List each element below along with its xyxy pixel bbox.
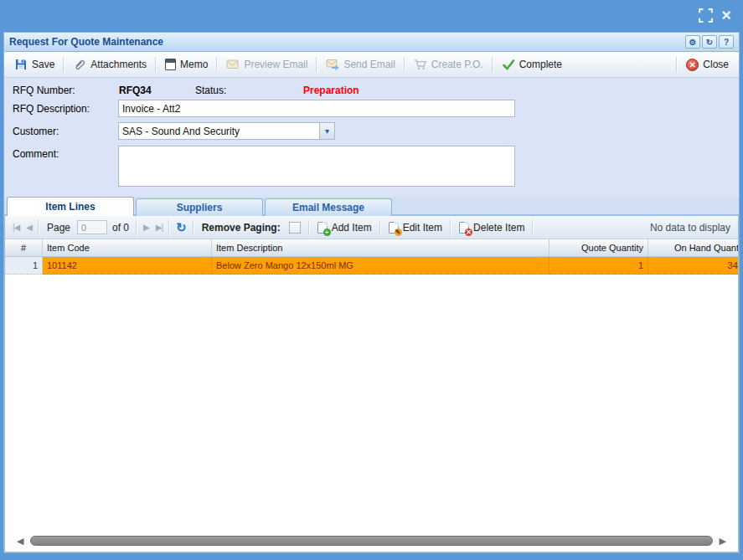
save-icon bbox=[14, 58, 28, 71]
tab-suppliers[interactable]: Suppliers bbox=[136, 198, 263, 216]
send-email-icon bbox=[326, 58, 339, 71]
check-icon bbox=[502, 58, 515, 71]
create-po-button[interactable]: Create P.O. bbox=[408, 55, 489, 74]
column-header-item-description[interactable]: Item Description bbox=[212, 239, 550, 256]
tab-item-lines[interactable]: Item Lines bbox=[7, 197, 134, 216]
envelope-icon bbox=[226, 58, 240, 71]
rfq-description-input[interactable] bbox=[118, 100, 515, 117]
send-email-button[interactable]: Send Email bbox=[320, 55, 400, 74]
panel-header: Request For Quote Maintenance ⚙ ↻ ? bbox=[4, 33, 739, 52]
close-button[interactable]: ✕ Close bbox=[680, 56, 735, 74]
grid-toolbar: |◀ ◀ Page of 0 ▶ ▶| ↻ Remove Paging: + A… bbox=[5, 216, 738, 239]
create-po-label: Create P.O. bbox=[431, 59, 483, 70]
toolbar-separator bbox=[450, 220, 451, 235]
toolbar-separator bbox=[168, 220, 170, 235]
toolbar-separator bbox=[316, 57, 317, 72]
toolbar-separator bbox=[136, 220, 137, 235]
memo-label: Memo bbox=[180, 59, 208, 70]
grid-empty-area bbox=[5, 275, 738, 552]
rfq-number-value: RFQ34 bbox=[119, 85, 152, 96]
cart-icon bbox=[414, 58, 427, 71]
toolbar: Save Attachments Memo Preview Email bbox=[4, 52, 739, 78]
edit-item-label: Edit Item bbox=[403, 222, 442, 234]
grid-status-text: No data to display bbox=[650, 222, 734, 234]
comment-textarea[interactable] bbox=[118, 146, 515, 187]
row-number-cell: 1 bbox=[5, 257, 43, 275]
item-lines-grid: |◀ ◀ Page of 0 ▶ ▶| ↻ Remove Paging: + A… bbox=[4, 216, 739, 552]
page-prev-button[interactable]: ◀ bbox=[23, 223, 35, 232]
tabstrip: Item Lines Suppliers Email Message bbox=[4, 197, 739, 216]
status-label: Status: bbox=[195, 85, 226, 96]
rfq-description-label: RFQ Description: bbox=[13, 103, 90, 115]
delete-item-icon: ✕ bbox=[459, 222, 469, 234]
toolbar-separator bbox=[379, 220, 381, 235]
scroll-right-icon[interactable]: ▶ bbox=[716, 536, 730, 547]
toolbar-separator bbox=[308, 220, 310, 235]
item-description-cell: Below Zero Mango 12x150ml MG bbox=[212, 257, 550, 275]
page-next-button[interactable]: ▶ bbox=[140, 223, 152, 232]
scrollbar-thumb[interactable] bbox=[30, 536, 712, 546]
edit-item-button[interactable]: ✎ Edit Item bbox=[384, 220, 447, 235]
horizontal-scrollbar[interactable]: ◀ ▶ bbox=[13, 534, 730, 547]
on-hand-quantity-cell: 3452 bbox=[648, 257, 739, 275]
attachments-label: Attachments bbox=[90, 59, 147, 70]
page-number-input[interactable] bbox=[77, 220, 107, 234]
maximize-icon[interactable] bbox=[699, 8, 713, 23]
complete-label: Complete bbox=[519, 59, 562, 70]
paperclip-icon bbox=[73, 58, 86, 71]
page-of-label: of 0 bbox=[112, 222, 129, 234]
save-button[interactable]: Save bbox=[8, 55, 60, 74]
attachments-button[interactable]: Attachments bbox=[67, 55, 152, 74]
column-header-quote-quantity[interactable]: Quote Quantity bbox=[550, 239, 648, 256]
toolbar-separator bbox=[404, 57, 405, 72]
table-row[interactable]: 1 101142 Below Zero Mango 12x150ml MG 1 … bbox=[5, 257, 738, 275]
toolbar-separator bbox=[155, 57, 157, 72]
page-first-button[interactable]: |◀ bbox=[9, 223, 23, 232]
close-label: Close bbox=[703, 59, 729, 70]
tab-email-message[interactable]: Email Message bbox=[265, 198, 392, 216]
page-label: Page bbox=[42, 222, 72, 234]
gear-icon[interactable]: ⚙ bbox=[685, 35, 700, 49]
comment-label: Comment: bbox=[13, 148, 59, 160]
close-red-icon: ✕ bbox=[686, 59, 699, 71]
preview-email-label: Preview Email bbox=[244, 59, 307, 70]
column-header-item-code[interactable]: Item Code bbox=[43, 239, 212, 256]
customer-input[interactable] bbox=[118, 122, 319, 140]
toolbar-separator bbox=[63, 57, 64, 72]
window-close-icon[interactable]: × bbox=[721, 8, 731, 23]
add-item-button[interactable]: + Add Item bbox=[312, 220, 377, 235]
rfq-number-label: RFQ Number: bbox=[13, 85, 75, 96]
add-item-icon: + bbox=[317, 222, 328, 234]
grid-header: # Item Code Item Description Quote Quant… bbox=[5, 239, 738, 257]
customer-label: Customer: bbox=[13, 126, 59, 137]
toolbar-separator bbox=[532, 220, 534, 235]
status-value: Preparation bbox=[303, 85, 359, 96]
delete-item-label: Delete Item bbox=[473, 222, 524, 234]
send-email-label: Send Email bbox=[343, 59, 395, 70]
memo-button[interactable]: Memo bbox=[159, 56, 214, 73]
quote-quantity-cell: 1 bbox=[550, 257, 648, 275]
customer-combo: ▾ bbox=[118, 122, 335, 140]
scroll-left-icon[interactable]: ◀ bbox=[13, 536, 27, 547]
rfq-maintenance-window: Request For Quote Maintenance ⚙ ↻ ? Save bbox=[3, 32, 740, 553]
remove-paging-label: Remove Paging: bbox=[197, 222, 281, 234]
page-title: Request For Quote Maintenance bbox=[9, 36, 163, 48]
column-header-num[interactable]: # bbox=[5, 239, 43, 256]
chevron-down-icon[interactable]: ▾ bbox=[319, 122, 335, 140]
toolbar-separator bbox=[216, 57, 218, 72]
add-item-label: Add Item bbox=[332, 222, 372, 234]
memo-icon bbox=[165, 59, 176, 70]
toolbar-separator bbox=[492, 57, 493, 72]
help-icon[interactable]: ? bbox=[719, 35, 734, 49]
save-label: Save bbox=[32, 59, 54, 70]
complete-button[interactable]: Complete bbox=[496, 55, 568, 74]
toolbar-separator bbox=[38, 220, 39, 235]
grid-refresh-icon[interactable]: ↻ bbox=[173, 222, 190, 234]
delete-item-button[interactable]: ✕ Delete Item bbox=[454, 220, 529, 235]
remove-paging-checkbox[interactable] bbox=[289, 222, 301, 234]
page-last-button[interactable]: ▶| bbox=[152, 223, 166, 232]
refresh-icon[interactable]: ↻ bbox=[702, 35, 717, 49]
toolbar-separator bbox=[676, 57, 678, 72]
column-header-on-hand-quantity[interactable]: On Hand Quantity bbox=[648, 239, 739, 256]
preview-email-button[interactable]: Preview Email bbox=[220, 55, 313, 74]
